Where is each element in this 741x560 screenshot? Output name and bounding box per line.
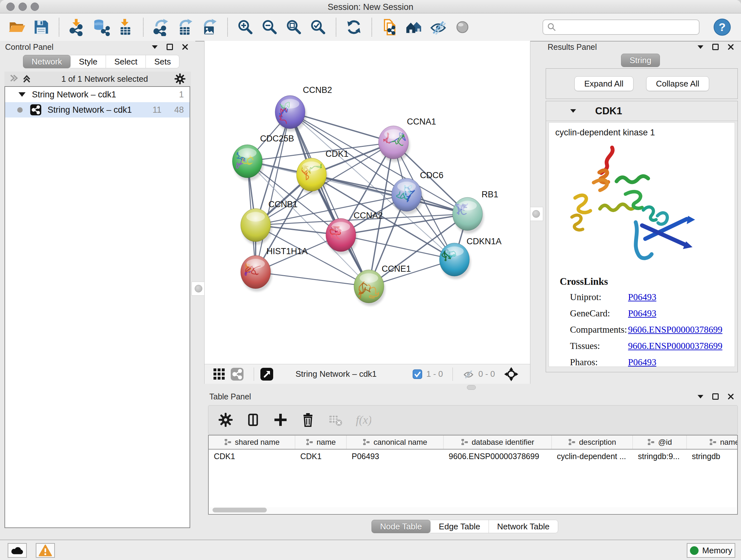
tab-network-table[interactable]: Network Table <box>489 520 558 533</box>
export-image-icon[interactable] <box>200 17 219 37</box>
tab-style[interactable]: Style <box>71 55 106 68</box>
new-network-from-file-icon[interactable] <box>380 17 400 37</box>
network-node-ccne1[interactable]: CCNE1 <box>354 264 411 306</box>
network-view-icon[interactable] <box>230 367 244 381</box>
save-session-icon[interactable] <box>31 17 51 37</box>
tab-edge-table[interactable]: Edge Table <box>430 520 489 533</box>
collapse-section-icon[interactable] <box>570 109 576 113</box>
crosslink-link-genecard-[interactable]: P06493 <box>628 308 657 318</box>
zoom-fit-icon[interactable] <box>284 17 304 37</box>
gene-section-header[interactable]: CDK1 <box>546 101 738 121</box>
node-gloss <box>246 259 265 268</box>
close-panel-icon[interactable] <box>728 44 734 50</box>
fit-selected-crosshair-icon[interactable] <box>504 367 519 381</box>
panel-menu-icon[interactable] <box>697 45 703 49</box>
column-header-canonical-name[interactable]: canonical name <box>347 435 444 449</box>
network-edge[interactable] <box>256 272 369 287</box>
grid-view-icon[interactable] <box>212 367 226 381</box>
crosslink-link-tissues-[interactable]: 9606.ENSP00000378699 <box>628 341 723 351</box>
horizontal-splitter-grip[interactable] <box>467 385 476 390</box>
zoom-in-icon[interactable] <box>235 17 255 37</box>
tab-node-table[interactable]: Node Table <box>372 520 430 533</box>
warning-icon[interactable] <box>36 543 55 558</box>
cloud-status-icon[interactable] <box>8 543 27 558</box>
crosslink-link-compartments-[interactable]: 9606.ENSP00000378699 <box>628 324 723 334</box>
show-columns-icon[interactable] <box>244 411 262 429</box>
tab-select[interactable]: Select <box>106 55 146 68</box>
zoom-selected-icon[interactable] <box>308 17 328 37</box>
network-node-cdkn1a[interactable]: CDKN1A <box>440 237 502 279</box>
table-panel-header: Table Panel <box>204 390 741 402</box>
column-header-name[interactable]: name <box>295 435 347 449</box>
tab-string[interactable]: String <box>621 54 660 67</box>
column-header-shared-name[interactable]: shared name <box>209 435 295 449</box>
selected-count: 1 - 0 <box>426 369 443 379</box>
import-table-icon[interactable] <box>116 17 135 37</box>
node-count: 11 <box>152 105 161 115</box>
table-options-gear-icon[interactable] <box>217 411 234 429</box>
collapse-all-button[interactable]: Collapse All <box>646 76 710 91</box>
expand-all-button[interactable]: Expand All <box>575 76 633 91</box>
column-header-database-identifier[interactable]: database identifier <box>444 435 552 449</box>
network-node-hist1h1a[interactable]: HIST1H1A <box>241 246 308 292</box>
crosslink-row: Pharos:P06493 <box>570 357 728 367</box>
add-column-icon[interactable] <box>272 411 289 429</box>
export-network-icon[interactable] <box>151 17 171 37</box>
open-session-icon[interactable] <box>7 17 27 37</box>
network-edge[interactable] <box>312 175 468 214</box>
show-all-icon[interactable] <box>453 17 472 37</box>
network-row[interactable]: String Network – cdk1 11 48 <box>5 102 190 118</box>
gear-icon[interactable] <box>174 72 186 85</box>
float-panel-icon[interactable] <box>712 44 719 50</box>
horizontal-scrollbar[interactable] <box>209 507 736 513</box>
network-node-rb1[interactable]: RB1 <box>453 190 498 233</box>
crosslink-link-uniprot-[interactable]: P06493 <box>628 292 657 302</box>
search-input[interactable] <box>542 19 699 35</box>
float-panel-icon[interactable] <box>166 44 173 50</box>
collapse-all-icon[interactable] <box>9 74 19 84</box>
protein-structure-image <box>562 142 699 266</box>
close-panel-icon[interactable] <box>728 393 734 400</box>
column-header-description[interactable]: description <box>552 435 633 449</box>
crosslink-link-pharos-[interactable]: P06493 <box>628 357 657 367</box>
network-node-ccnb1[interactable]: CCNB1 <box>241 199 298 245</box>
close-panel-icon[interactable] <box>182 44 188 50</box>
zoom-out-icon[interactable] <box>260 17 280 37</box>
main-toolbar: ? <box>0 13 741 42</box>
network-edge[interactable] <box>290 112 369 287</box>
memory-button[interactable]: Memory <box>687 543 735 558</box>
left-splitter-handle[interactable] <box>192 282 205 296</box>
tab-network[interactable]: Network <box>23 55 71 68</box>
network-canvas[interactable]: CCNB2CCNA1CDC25BCDK1CDC6RB1CCNB1CCNA2CDK… <box>204 41 530 364</box>
selected-checkbox-icon[interactable] <box>412 369 422 379</box>
column-header--id[interactable]: @id <box>633 435 687 449</box>
panel-menu-icon[interactable] <box>152 45 158 49</box>
detach-view-icon[interactable] <box>260 367 274 381</box>
scrollbar-thumb[interactable] <box>212 508 267 512</box>
crosslink-row: Tissues:9606.ENSP00000378699 <box>570 341 728 351</box>
network-node-ccna2[interactable]: CCNA2 <box>326 211 383 254</box>
import-network-file-icon[interactable] <box>67 17 87 37</box>
node-label: CCNE1 <box>382 264 411 273</box>
tab-sets[interactable]: Sets <box>146 55 179 68</box>
network-node-cdc6[interactable]: CDC6 <box>392 171 444 214</box>
column-header-namespace[interactable]: namespace <box>687 435 738 449</box>
panel-menu-icon[interactable] <box>697 395 703 398</box>
node-gloss <box>332 222 350 232</box>
network-edge[interactable] <box>341 235 455 260</box>
network-collection-row[interactable]: String Network – cdk1 1 <box>5 87 190 102</box>
table-panel-title: Table Panel <box>209 392 251 401</box>
hide-selected-icon[interactable] <box>428 17 448 37</box>
help-icon[interactable]: ? <box>712 17 732 37</box>
expand-all-icon[interactable] <box>22 74 32 84</box>
collapse-icon[interactable] <box>18 92 25 97</box>
first-neighbors-icon[interactable] <box>404 17 424 37</box>
import-network-database-icon[interactable] <box>91 17 111 37</box>
export-table-icon[interactable] <box>176 17 195 37</box>
node-label: RB1 <box>482 190 498 199</box>
right-splitter-handle[interactable] <box>529 207 543 221</box>
refresh-icon[interactable] <box>344 17 364 37</box>
delete-column-icon[interactable] <box>299 411 317 429</box>
float-panel-icon[interactable] <box>712 393 719 400</box>
table-row[interactable]: CDK1CDK1P064939606.ENSP00000378699cyclin… <box>209 449 737 463</box>
